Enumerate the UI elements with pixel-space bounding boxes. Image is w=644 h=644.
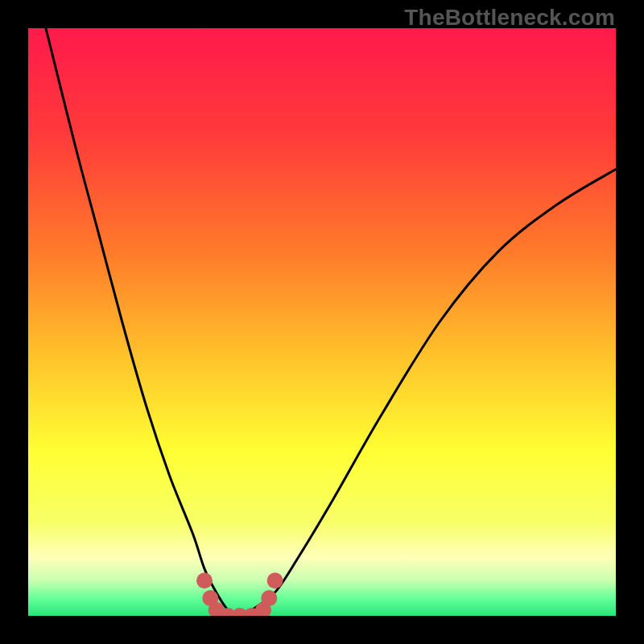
plot-area (28, 28, 616, 616)
bottleneck-curve-svg (28, 28, 616, 616)
marker-dot (267, 572, 283, 588)
marker-dot (196, 572, 213, 588)
marker-dot (261, 590, 277, 606)
bottleneck-curve (46, 28, 616, 616)
watermark-label: TheBottleneck.com (404, 5, 615, 31)
min-band-markers (196, 572, 283, 616)
chart-stage: TheBottleneck.com (0, 0, 644, 644)
